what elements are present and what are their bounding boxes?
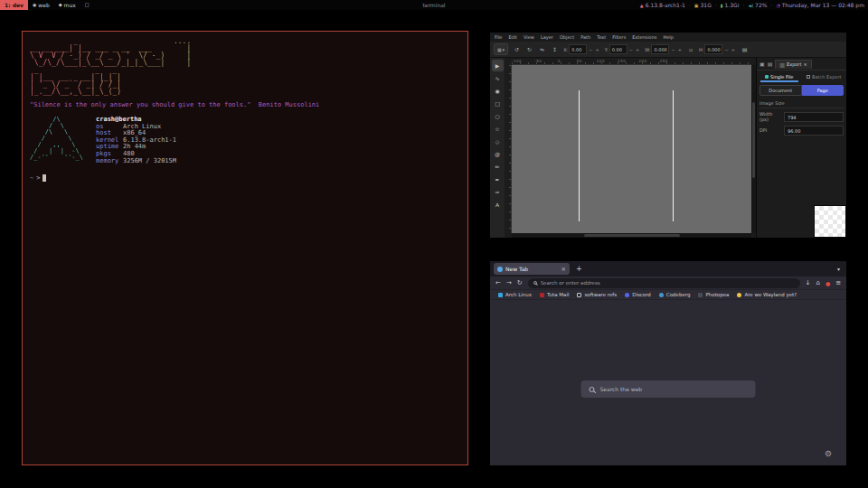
- width-label: Width (px): [760, 112, 781, 122]
- extension-icon[interactable]: ●: [826, 280, 830, 286]
- bookmark-tuta-mail[interactable]: Tuta Mail: [540, 292, 569, 297]
- export-dpi-input[interactable]: 96.00: [784, 126, 844, 136]
- downloads-icon[interactable]: ↓: [806, 279, 811, 286]
- page-border-right: [673, 90, 674, 221]
- y-minus-button[interactable]: −: [628, 47, 634, 52]
- lock-ratio-icon[interactable]: ▫: [687, 46, 694, 52]
- active-tab[interactable]: New Tab ×: [494, 263, 570, 275]
- clock-module: ◔ Thursday, Mar 13 — 02:48 pm: [776, 2, 864, 8]
- menu-icon[interactable]: ≡: [835, 279, 841, 286]
- height-field: H: 0.000 − +: [699, 44, 736, 54]
- list-tabs-icon[interactable]: ▾: [837, 266, 840, 272]
- box3d-tool[interactable]: ◇: [492, 136, 504, 147]
- layers-icon[interactable]: ▤: [768, 61, 773, 67]
- workspace-web-label: web: [38, 0, 49, 10]
- pencil-tool[interactable]: ✏: [492, 161, 504, 173]
- browser-tab-bar: New Tab × + ▾: [490, 261, 846, 277]
- document-button[interactable]: Document: [760, 85, 802, 96]
- w-minus-button[interactable]: −: [670, 47, 675, 52]
- folder-icon: [577, 293, 581, 297]
- bookmark-wayland[interactable]: Are we Wayland yet?: [737, 292, 797, 297]
- menu-layer[interactable]: Layer: [541, 34, 553, 40]
- menu-extensions[interactable]: Extensions: [632, 34, 656, 40]
- pen-tool[interactable]: ✒: [492, 174, 504, 185]
- kernel-version: 6.13.8-arch1-1: [646, 2, 685, 8]
- back-button[interactable]: ←: [495, 279, 501, 286]
- workspace-web[interactable]: ◉ web: [28, 0, 54, 10]
- h-minus-button[interactable]: −: [723, 47, 729, 52]
- ellipse-tool[interactable]: ○: [492, 110, 504, 122]
- horizontal-scrollbar[interactable]: [512, 233, 751, 238]
- web-search-box[interactable]: [581, 380, 756, 398]
- terminal-window[interactable]: _ .... __ __ ___| |__ ___ _ __ ___ | \ V…: [22, 31, 468, 465]
- hscroll-thumb[interactable]: [584, 234, 680, 237]
- h-input[interactable]: 0.000: [704, 44, 722, 54]
- flip-vertical-button[interactable]: ↕: [551, 46, 559, 52]
- gear-icon[interactable]: ⚙: [825, 449, 832, 458]
- browser-window[interactable]: New Tab × + ▾ ← → ↻ ↓ ⌂ ● ≡ Arch Linux T…: [490, 261, 846, 465]
- search-icon: [533, 281, 537, 285]
- selector-tool[interactable]: ▶: [492, 60, 504, 71]
- menu-filters[interactable]: Filters: [612, 34, 626, 40]
- volume-level: 72%: [755, 2, 767, 8]
- rotate-ccw-button[interactable]: ↺: [513, 46, 521, 52]
- rectangle-tool[interactable]: □: [492, 98, 504, 109]
- menu-text[interactable]: Text: [597, 34, 606, 40]
- web-search-input[interactable]: [600, 386, 748, 392]
- url-bar[interactable]: [528, 278, 800, 288]
- reload-button[interactable]: ↻: [517, 279, 523, 286]
- h-plus-button[interactable]: +: [731, 47, 736, 52]
- fill-stroke-icon[interactable]: ▣: [760, 61, 765, 67]
- export-tab[interactable]: ▥ Export ×: [775, 60, 811, 69]
- tab-close-icon[interactable]: ×: [561, 266, 566, 273]
- inkscape-window[interactable]: File Edit View Layer Object Path Text Fi…: [490, 33, 846, 238]
- new-tab-button[interactable]: +: [576, 265, 582, 273]
- selection-mode-dropdown[interactable]: ▦▾: [494, 43, 508, 55]
- batch-export-label: Batch Export: [812, 74, 841, 80]
- url-input[interactable]: [541, 280, 795, 286]
- x-minus-button[interactable]: −: [588, 47, 593, 52]
- text-tool[interactable]: A: [492, 199, 504, 211]
- export-width-input[interactable]: 794: [784, 112, 844, 122]
- bookmark-folder-software-refs[interactable]: software refs: [577, 292, 617, 297]
- flip-horizontal-button[interactable]: ⇋: [538, 46, 546, 52]
- menu-edit[interactable]: Edit: [508, 34, 517, 40]
- bookmark-arch-linux[interactable]: Arch Linux: [498, 292, 532, 297]
- snap-settings-icon[interactable]: ▤: [741, 46, 750, 52]
- vscroll-thumb[interactable]: [752, 102, 755, 178]
- x-input[interactable]: 0.00: [569, 44, 587, 54]
- bookmark-photopea[interactable]: Photopea: [698, 292, 729, 297]
- memory-usage: 1.3Gi: [725, 2, 740, 8]
- menu-help[interactable]: Help: [663, 34, 673, 40]
- home-icon[interactable]: ⌂: [816, 279, 819, 286]
- y-input[interactable]: 0.00: [609, 44, 627, 54]
- node-tool[interactable]: ∿: [492, 72, 504, 84]
- grid-icon: ▦: [497, 47, 502, 52]
- workspace-mux[interactable]: ◆ mux: [54, 0, 80, 10]
- shape-builder-tool[interactable]: ◉: [492, 85, 504, 97]
- x-plus-button[interactable]: +: [594, 47, 599, 52]
- menu-view[interactable]: View: [524, 34, 534, 40]
- page-button[interactable]: Page: [802, 85, 844, 96]
- menu-path[interactable]: Path: [580, 34, 590, 40]
- drawing-canvas[interactable]: [512, 65, 751, 233]
- menu-file[interactable]: File: [495, 34, 502, 40]
- single-file-tab[interactable]: Single File: [757, 70, 802, 82]
- workspace-mux-label: mux: [64, 0, 76, 10]
- batch-export-tab[interactable]: Batch Export: [802, 70, 847, 82]
- spiral-tool[interactable]: @: [492, 148, 504, 160]
- menu-object[interactable]: Object: [560, 34, 574, 40]
- y-plus-button[interactable]: +: [635, 47, 640, 52]
- calligraphy-tool[interactable]: ✑: [492, 186, 504, 198]
- workspace-misc[interactable]: □: [80, 0, 94, 10]
- workspace-dev[interactable]: 1: dev: [0, 0, 28, 10]
- bookmark-discord[interactable]: Discord: [625, 292, 651, 297]
- star-tool[interactable]: ☆: [492, 123, 504, 135]
- shell-prompt[interactable]: ~ >: [30, 174, 460, 182]
- bookmark-codeberg[interactable]: Codeberg: [659, 292, 691, 297]
- forward-button[interactable]: →: [506, 279, 512, 286]
- w-input[interactable]: 0.000: [651, 44, 669, 54]
- w-plus-button[interactable]: +: [677, 47, 683, 52]
- close-icon[interactable]: ×: [803, 61, 807, 67]
- rotate-cw-button[interactable]: ↻: [525, 46, 533, 52]
